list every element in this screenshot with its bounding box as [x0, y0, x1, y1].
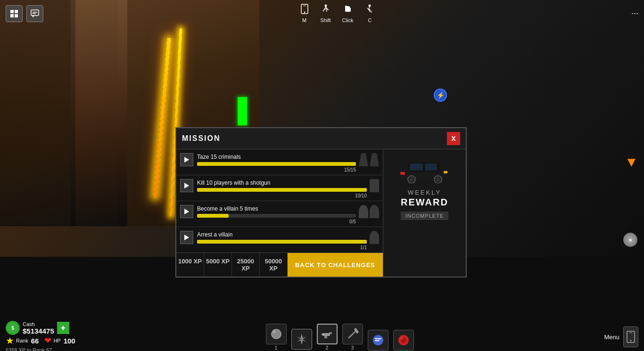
hp-value: 100: [64, 337, 75, 345]
hotbar-slot-3[interactable]: 2: [317, 324, 338, 351]
svg-point-57: [630, 340, 632, 342]
action-m-label: M: [302, 17, 306, 23]
cash-add-button[interactable]: +: [57, 322, 69, 334]
heart-icon: ❤: [44, 335, 51, 346]
svg-point-11: [324, 5, 327, 7]
ellipsis-icon: ···: [631, 8, 638, 18]
mission-close-button[interactable]: X: [447, 132, 460, 145]
svg-point-40: [273, 331, 276, 334]
task-progress-label-2: 10/10: [355, 193, 367, 198]
wall-panel-3: [0, 0, 75, 226]
svg-rect-0: [10, 10, 14, 13]
roblox-icon: [10, 9, 18, 18]
svg-marker-5: [33, 16, 35, 17]
svg-line-13: [323, 9, 324, 11]
toolbar-icon-1[interactable]: [6, 5, 23, 22]
silhouette-1b: [370, 153, 379, 166]
mission-body: Taze 15 criminals 15/15: [176, 149, 466, 277]
task-silhouettes-3: [359, 205, 379, 218]
weekly-reward-panel: WEEKLY REWARD INCOMPLETE: [383, 149, 466, 277]
shuriken-icon: [295, 333, 308, 346]
svg-point-21: [369, 5, 371, 7]
hotbar-slot-1[interactable]: 1: [266, 324, 287, 351]
task-content-1: Taze 15 criminals 15/15: [197, 154, 356, 166]
svg-line-23: [367, 8, 369, 9]
hp-label: HP: [53, 338, 60, 343]
hotbar-item-3[interactable]: [317, 324, 338, 344]
hud-hp: ❤ HP 100: [44, 335, 75, 346]
task-progress-bg-4: 1/1: [197, 240, 367, 244]
hotbar-slot-chat[interactable]: [368, 330, 388, 351]
run-svg-icon: [321, 4, 331, 14]
task-inner-1: Taze 15 criminals 15/15: [180, 153, 379, 166]
toolbar-icon-2[interactable]: [26, 5, 43, 22]
task-inner-3: Become a villain 5 times 0/5: [180, 205, 379, 218]
svg-rect-50: [375, 338, 381, 339]
task-progress-bg-2: 10/10: [197, 188, 367, 192]
svg-rect-20: [345, 6, 347, 8]
mission-panel: MISSION X Taze 15 criminals 15/15: [175, 127, 467, 278]
punch-svg-icon: [343, 4, 353, 14]
task-play-button-2[interactable]: [180, 179, 193, 192]
hotbar-item-5[interactable]: [393, 330, 414, 351]
hotbar-item-4[interactable]: [342, 324, 363, 344]
back-to-challenges-button[interactable]: BACK TO CHALLENGES: [288, 253, 383, 277]
hud-stats: $ Cash $5134475 + ★ Rank 66 ❤ HP 100 635…: [6, 321, 75, 351]
player-indicator: [238, 97, 247, 125]
reward-car: [396, 155, 453, 183]
silver-circle-indicator: ★: [623, 233, 637, 247]
hotbar-item-2[interactable]: [291, 329, 312, 350]
task-name-4: Arrest a villain: [197, 231, 367, 238]
svg-rect-1: [15, 10, 18, 13]
play-icon-2: [184, 183, 189, 188]
svg-line-22: [369, 7, 370, 10]
chat-icon: [31, 9, 39, 18]
punch-icon: [343, 4, 353, 16]
hotbar-slot-5[interactable]: [393, 330, 414, 351]
menu-label: Menu: [604, 334, 619, 341]
svg-line-17: [326, 9, 327, 12]
svg-point-55: [400, 337, 403, 340]
hotbar-item-chat[interactable]: [368, 330, 388, 351]
task-row-4: Arrest a villain 1/1: [176, 227, 383, 253]
task-progress-fill-3: [197, 214, 229, 218]
task-play-button-1[interactable]: [180, 153, 193, 166]
rank-label: Rank: [16, 338, 28, 343]
bottom-hud: $ Cash $5134475 + ★ Rank 66 ❤ HP 100 635…: [0, 323, 644, 351]
svg-line-25: [370, 11, 372, 12]
more-button[interactable]: ···: [631, 8, 638, 18]
hotbar-slot-2[interactable]: [291, 329, 312, 351]
svg-rect-3: [15, 14, 18, 17]
wall-panel-2: [71, 0, 127, 226]
action-click: Click: [342, 4, 354, 23]
gun-icon: [321, 327, 334, 341]
play-icon-4: [184, 235, 189, 240]
hotbar-slot-4[interactable]: 3: [342, 324, 363, 351]
hotbar-num-2: 2: [326, 345, 329, 351]
mobile-icon: [300, 4, 309, 14]
cash-label: Cash: [23, 321, 54, 327]
task-progress-label-1: 15/15: [344, 167, 356, 172]
info-button[interactable]: ⚡: [434, 89, 447, 102]
task-play-button-3[interactable]: [180, 205, 193, 218]
weekly-label: WEEKLY: [408, 189, 441, 196]
task-progress-fill-1: [197, 162, 356, 166]
task-progress-label-4: 1/1: [360, 245, 367, 250]
toolbar-left: [6, 5, 43, 22]
action-m: M: [300, 4, 309, 23]
svg-rect-2: [10, 14, 14, 17]
action-shift: Shift: [321, 4, 331, 23]
svg-rect-31: [400, 172, 405, 175]
menu-phone-button[interactable]: [623, 327, 638, 347]
action-c: C: [364, 4, 375, 23]
svg-point-42: [300, 338, 303, 341]
phone-menu-icon: [627, 331, 635, 343]
hotbar: 1 2: [266, 324, 414, 351]
task-play-button-4[interactable]: [180, 231, 193, 244]
svg-rect-45: [324, 336, 327, 338]
reward-label: REWARD: [401, 197, 448, 208]
xp-rewards-row: 1000 XP 5000 XP 25000 XP 50000 XP BACK T…: [176, 253, 383, 277]
incomplete-badge: INCOMPLETE: [401, 212, 449, 220]
hotbar-item-1[interactable]: [266, 324, 287, 344]
red-circle-icon: [397, 334, 410, 347]
